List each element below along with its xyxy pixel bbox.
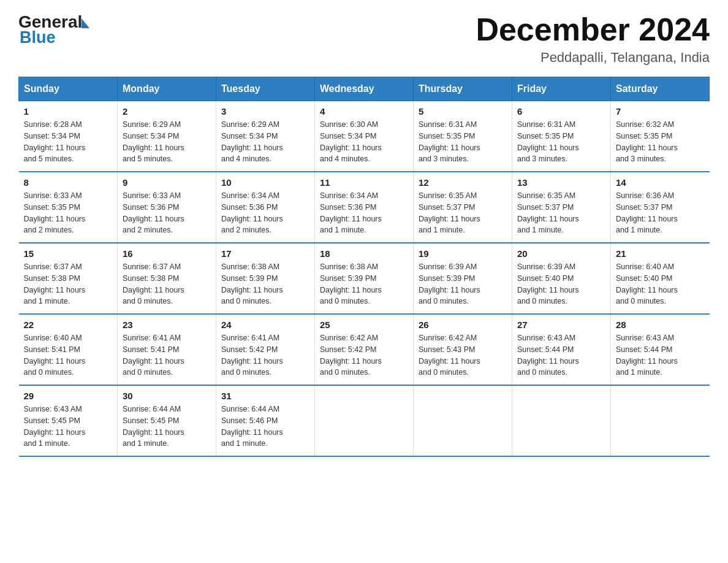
header-sunday: Sunday: [19, 77, 118, 101]
header-monday: Monday: [118, 77, 216, 101]
day-info: Sunrise: 6:29 AM Sunset: 5:34 PM Dayligh…: [123, 119, 211, 165]
calendar-cell: 14 Sunrise: 6:36 AM Sunset: 5:37 PM Dayl…: [611, 172, 710, 243]
day-number: 19: [419, 248, 507, 259]
day-info: Sunrise: 6:37 AM Sunset: 5:38 PM Dayligh…: [24, 261, 113, 307]
calendar-cell: 2 Sunrise: 6:29 AM Sunset: 5:34 PM Dayli…: [118, 101, 216, 172]
day-number: 17: [221, 248, 309, 259]
calendar-cell: 3 Sunrise: 6:29 AM Sunset: 5:34 PM Dayli…: [216, 101, 315, 172]
day-number: 14: [616, 177, 705, 188]
day-number: 1: [24, 106, 113, 117]
calendar-cell: 15 Sunrise: 6:37 AM Sunset: 5:38 PM Dayl…: [19, 243, 118, 314]
calendar-cell: 5 Sunrise: 6:31 AM Sunset: 5:35 PM Dayli…: [414, 101, 512, 172]
day-info: Sunrise: 6:39 AM Sunset: 5:40 PM Dayligh…: [517, 261, 605, 307]
calendar-header-row: SundayMondayTuesdayWednesdayThursdayFrid…: [19, 77, 710, 101]
day-number: 26: [419, 320, 507, 330]
day-info: Sunrise: 6:31 AM Sunset: 5:35 PM Dayligh…: [419, 119, 507, 165]
day-number: 24: [221, 320, 309, 330]
calendar-cell: 29 Sunrise: 6:43 AM Sunset: 5:45 PM Dayl…: [19, 385, 118, 456]
day-info: Sunrise: 6:41 AM Sunset: 5:42 PM Dayligh…: [221, 332, 309, 378]
day-number: 25: [320, 320, 408, 330]
day-info: Sunrise: 6:38 AM Sunset: 5:39 PM Dayligh…: [320, 261, 408, 307]
day-info: Sunrise: 6:43 AM Sunset: 5:44 PM Dayligh…: [616, 332, 705, 378]
day-info: Sunrise: 6:39 AM Sunset: 5:39 PM Dayligh…: [419, 261, 507, 307]
month-title: December 2024: [476, 12, 710, 47]
day-number: 5: [419, 106, 507, 117]
day-info: Sunrise: 6:34 AM Sunset: 5:36 PM Dayligh…: [320, 190, 408, 236]
day-number: 3: [221, 106, 309, 117]
header-saturday: Saturday: [611, 77, 710, 101]
day-info: Sunrise: 6:40 AM Sunset: 5:41 PM Dayligh…: [24, 332, 113, 378]
week-row-5: 29 Sunrise: 6:43 AM Sunset: 5:45 PM Dayl…: [19, 385, 710, 456]
day-info: Sunrise: 6:35 AM Sunset: 5:37 PM Dayligh…: [419, 190, 507, 236]
calendar-cell: 22 Sunrise: 6:40 AM Sunset: 5:41 PM Dayl…: [19, 314, 118, 385]
calendar-cell: [414, 385, 512, 456]
day-number: 21: [616, 248, 705, 259]
day-info: Sunrise: 6:33 AM Sunset: 5:36 PM Dayligh…: [123, 190, 211, 236]
day-info: Sunrise: 6:32 AM Sunset: 5:35 PM Dayligh…: [616, 119, 705, 165]
page-header: General Blue December 2024 Peddapalli, T…: [18, 12, 710, 66]
header-thursday: Thursday: [414, 77, 512, 101]
day-number: 28: [616, 320, 705, 330]
week-row-1: 1 Sunrise: 6:28 AM Sunset: 5:34 PM Dayli…: [19, 101, 710, 172]
day-number: 16: [123, 248, 211, 259]
calendar-cell: 12 Sunrise: 6:35 AM Sunset: 5:37 PM Dayl…: [414, 172, 512, 243]
title-block: December 2024 Peddapalli, Telangana, Ind…: [476, 12, 710, 66]
day-number: 27: [517, 320, 605, 330]
calendar-cell: 6 Sunrise: 6:31 AM Sunset: 5:35 PM Dayli…: [512, 101, 611, 172]
day-number: 13: [517, 177, 605, 188]
day-number: 4: [320, 106, 408, 117]
day-info: Sunrise: 6:30 AM Sunset: 5:34 PM Dayligh…: [320, 119, 408, 165]
day-info: Sunrise: 6:42 AM Sunset: 5:42 PM Dayligh…: [320, 332, 408, 378]
header-wednesday: Wednesday: [315, 77, 414, 101]
week-row-3: 15 Sunrise: 6:37 AM Sunset: 5:38 PM Dayl…: [19, 243, 710, 314]
calendar-cell: 8 Sunrise: 6:33 AM Sunset: 5:35 PM Dayli…: [19, 172, 118, 243]
day-number: 30: [123, 391, 211, 401]
day-number: 8: [24, 177, 113, 188]
calendar-cell: 21 Sunrise: 6:40 AM Sunset: 5:40 PM Dayl…: [611, 243, 710, 314]
header-tuesday: Tuesday: [216, 77, 315, 101]
day-info: Sunrise: 6:40 AM Sunset: 5:40 PM Dayligh…: [616, 261, 705, 307]
day-number: 12: [419, 177, 507, 188]
calendar-cell: [611, 385, 710, 456]
day-info: Sunrise: 6:44 AM Sunset: 5:45 PM Dayligh…: [123, 404, 211, 450]
day-info: Sunrise: 6:31 AM Sunset: 5:35 PM Dayligh…: [517, 119, 605, 165]
day-info: Sunrise: 6:42 AM Sunset: 5:43 PM Dayligh…: [419, 332, 507, 378]
calendar-cell: 27 Sunrise: 6:43 AM Sunset: 5:44 PM Dayl…: [512, 314, 611, 385]
day-info: Sunrise: 6:33 AM Sunset: 5:35 PM Dayligh…: [24, 190, 113, 236]
day-number: 29: [24, 391, 113, 401]
day-number: 31: [221, 391, 309, 401]
calendar-table: SundayMondayTuesdayWednesdayThursdayFrid…: [18, 77, 710, 457]
day-number: 15: [24, 248, 113, 259]
calendar-cell: 18 Sunrise: 6:38 AM Sunset: 5:39 PM Dayl…: [315, 243, 414, 314]
calendar-cell: 26 Sunrise: 6:42 AM Sunset: 5:43 PM Dayl…: [414, 314, 512, 385]
day-number: 20: [517, 248, 605, 259]
header-friday: Friday: [512, 77, 611, 101]
logo-blue-text: Blue: [20, 28, 56, 47]
calendar-cell: 9 Sunrise: 6:33 AM Sunset: 5:36 PM Dayli…: [118, 172, 216, 243]
calendar-cell: 11 Sunrise: 6:34 AM Sunset: 5:36 PM Dayl…: [315, 172, 414, 243]
calendar-cell: 16 Sunrise: 6:37 AM Sunset: 5:38 PM Dayl…: [118, 243, 216, 314]
day-info: Sunrise: 6:28 AM Sunset: 5:34 PM Dayligh…: [24, 119, 113, 165]
day-info: Sunrise: 6:38 AM Sunset: 5:39 PM Dayligh…: [221, 261, 309, 307]
day-number: 23: [123, 320, 211, 330]
day-info: Sunrise: 6:36 AM Sunset: 5:37 PM Dayligh…: [616, 190, 705, 236]
day-number: 7: [616, 106, 705, 117]
day-number: 18: [320, 248, 408, 259]
calendar-cell: 28 Sunrise: 6:43 AM Sunset: 5:44 PM Dayl…: [611, 314, 710, 385]
day-number: 10: [221, 177, 309, 188]
day-info: Sunrise: 6:43 AM Sunset: 5:45 PM Dayligh…: [24, 404, 113, 450]
day-number: 22: [24, 320, 113, 330]
day-number: 9: [123, 177, 211, 188]
day-number: 11: [320, 177, 408, 188]
week-row-2: 8 Sunrise: 6:33 AM Sunset: 5:35 PM Dayli…: [19, 172, 710, 243]
day-info: Sunrise: 6:34 AM Sunset: 5:36 PM Dayligh…: [221, 190, 309, 236]
calendar-cell: 4 Sunrise: 6:30 AM Sunset: 5:34 PM Dayli…: [315, 101, 414, 172]
day-number: 6: [517, 106, 605, 117]
day-info: Sunrise: 6:41 AM Sunset: 5:41 PM Dayligh…: [123, 332, 211, 378]
calendar-cell: 10 Sunrise: 6:34 AM Sunset: 5:36 PM Dayl…: [216, 172, 315, 243]
week-row-4: 22 Sunrise: 6:40 AM Sunset: 5:41 PM Dayl…: [19, 314, 710, 385]
day-info: Sunrise: 6:37 AM Sunset: 5:38 PM Dayligh…: [123, 261, 211, 307]
calendar-cell: 17 Sunrise: 6:38 AM Sunset: 5:39 PM Dayl…: [216, 243, 315, 314]
logo-arrow-icon: [82, 18, 89, 28]
day-info: Sunrise: 6:44 AM Sunset: 5:46 PM Dayligh…: [221, 404, 309, 450]
